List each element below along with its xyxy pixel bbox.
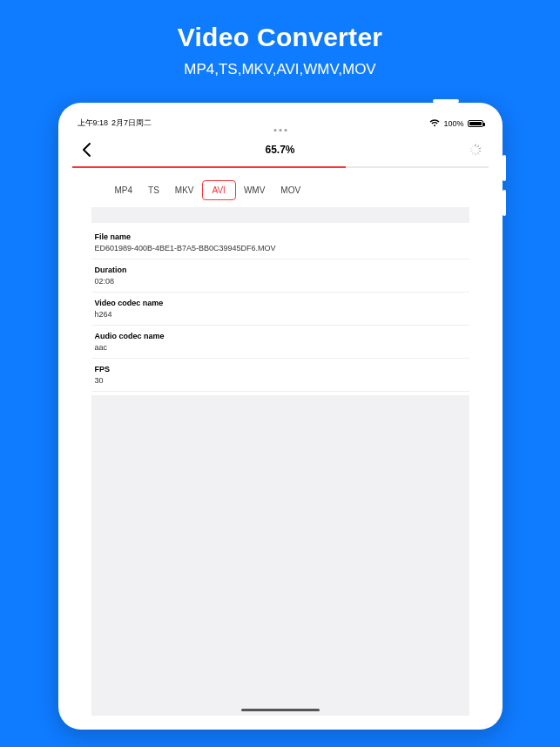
wifi-icon xyxy=(429,119,440,127)
battery-percentage: 100% xyxy=(443,119,463,128)
svg-line-9 xyxy=(472,145,473,147)
info-label: Duration xyxy=(95,266,466,274)
svg-line-3 xyxy=(479,151,481,151)
svg-line-7 xyxy=(470,151,472,151)
svg-line-6 xyxy=(472,152,473,154)
info-row: FPS30 xyxy=(91,359,469,392)
promo-subtitle: MP4,TS,MKV,AVI,WMV,MOV xyxy=(184,61,375,78)
multitask-dots-icon xyxy=(273,129,287,131)
info-row: Video codec nameh264 xyxy=(91,293,469,326)
device-power-button xyxy=(433,99,459,103)
loading-spinner-icon xyxy=(469,144,482,156)
info-row: Duration02:08 xyxy=(91,259,469,293)
nav-title: 65.7% xyxy=(265,144,294,156)
format-tab-wmv[interactable]: WMV xyxy=(236,180,273,200)
format-tab-ts[interactable]: TS xyxy=(140,180,167,200)
svg-line-2 xyxy=(479,148,481,149)
status-time: 上午9:18 xyxy=(78,118,109,129)
home-indicator[interactable] xyxy=(241,709,320,711)
info-value: h264 xyxy=(95,310,466,319)
info-value: ED601989-400B-4BE1-B7A5-BB0C39945DF6.MOV xyxy=(95,244,466,252)
device-volume-down xyxy=(503,190,506,216)
info-row: Audio codec nameaac xyxy=(91,326,469,359)
empty-area xyxy=(91,395,469,716)
file-info-list: File nameED601989-400B-4BE1-B7A5-BB0C399… xyxy=(91,226,469,392)
battery-icon xyxy=(468,120,483,127)
format-tab-avi[interactable]: AVI xyxy=(202,180,236,200)
format-tab-mkv[interactable]: MKV xyxy=(167,180,202,200)
info-label: Video codec name xyxy=(95,299,466,307)
info-value: aac xyxy=(95,343,466,352)
info-row: File nameED601989-400B-4BE1-B7A5-BB0C399… xyxy=(91,226,469,259)
info-value: 02:08 xyxy=(95,277,466,286)
format-tab-mov[interactable]: MOV xyxy=(273,180,308,200)
back-button[interactable] xyxy=(76,138,98,161)
device-volume-up xyxy=(503,155,506,181)
format-tab-mp4[interactable]: MP4 xyxy=(107,180,141,200)
svg-line-1 xyxy=(477,145,478,147)
device-frame: 上午9:18 2月7日周二 100% 65.7% xyxy=(58,103,503,730)
svg-line-4 xyxy=(477,152,478,154)
info-value: 30 xyxy=(95,376,466,385)
promo-title: Video Converter xyxy=(178,23,383,52)
nav-bar: 65.7% xyxy=(72,133,489,166)
status-date: 2月7日周二 xyxy=(111,118,152,129)
screen: 上午9:18 2月7日周二 100% 65.7% xyxy=(72,117,489,716)
content-area: File nameED601989-400B-4BE1-B7A5-BB0C399… xyxy=(72,207,489,716)
progress-bar xyxy=(72,166,489,168)
format-tabs: MP4TSMKVAVIWMVMOV xyxy=(72,180,489,200)
svg-line-8 xyxy=(470,148,472,149)
info-label: Audio codec name xyxy=(95,332,466,340)
video-preview-placeholder xyxy=(91,207,469,223)
status-bar: 上午9:18 2月7日周二 100% xyxy=(72,117,489,130)
info-label: File name xyxy=(95,232,466,241)
info-label: FPS xyxy=(95,365,466,374)
